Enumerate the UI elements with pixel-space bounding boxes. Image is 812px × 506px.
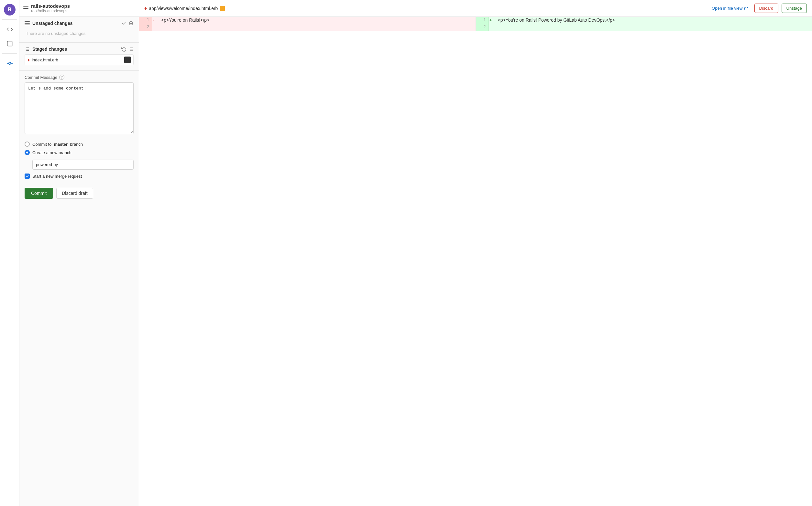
- sidebar-divider-2: [2, 53, 17, 54]
- radio-master-option[interactable]: Commit to master branch: [24, 142, 134, 147]
- radio-master-label: Commit to master branch: [32, 142, 83, 147]
- commit-button[interactable]: Commit: [24, 188, 53, 199]
- sidebar-icon-code[interactable]: [4, 23, 15, 35]
- diff-row-1: 1 - <p>You're on Rails!</p> 2 1 +: [139, 17, 812, 31]
- sidebar-divider: [2, 19, 17, 20]
- diff-content: 1 - <p>You're on Rails!</p> 2 1 +: [139, 17, 812, 506]
- ruby-icon: ♦: [27, 57, 30, 62]
- commit-message-label: Commit Message ?: [24, 75, 134, 80]
- diff-ruby-icon: ♦: [144, 5, 147, 11]
- svg-point-1: [8, 62, 11, 65]
- diff-header: ♦ app/views/welcome/index.html.erb Open …: [139, 0, 812, 17]
- diff-area: ♦ app/views/welcome/index.html.erb Open …: [139, 0, 812, 506]
- diff-new-content-1: <p>You're on Rails! Powered by GitLab Au…: [495, 17, 812, 24]
- diff-old-content-2: [158, 24, 476, 31]
- sidebar-icon-commit[interactable]: [4, 58, 15, 69]
- commit-message-section: Commit Message ? Let's add some content!: [19, 70, 139, 139]
- staged-menu-icon[interactable]: [128, 47, 134, 52]
- merge-request-checkbox[interactable]: [24, 173, 30, 179]
- header-buttons: Discard Unstage: [754, 4, 807, 13]
- diff-old-line-number-1: 1: [139, 17, 152, 24]
- top-bar: rails-autodevops root/rails-autodevops: [19, 0, 139, 17]
- project-info: rails-autodevops root/rails-autodevops: [31, 3, 70, 13]
- merge-request-option[interactable]: Start a new merge request: [24, 173, 134, 179]
- reset-icon[interactable]: [121, 47, 127, 52]
- diff-old-sign-1: -: [152, 17, 158, 24]
- diff-old-panel: 1 - <p>You're on Rails!</p> 2: [139, 17, 476, 31]
- checkmark-icon: [25, 174, 29, 178]
- diff-old-line-2: 2: [139, 24, 476, 31]
- diff-new-content-2: [495, 24, 812, 31]
- diff-new-line-number-1: 1: [476, 17, 489, 24]
- diff-new-line-number-2: 2: [476, 24, 489, 31]
- staged-file-info: ♦ index.html.erb: [27, 57, 58, 62]
- discard-button[interactable]: Discard: [754, 4, 779, 13]
- radio-new-branch-option[interactable]: Create a new branch: [24, 150, 134, 155]
- svg-line-18: [746, 7, 748, 9]
- diff-old-content-1: <p>You're on Rails!</p>: [158, 17, 476, 24]
- radio-master-circle[interactable]: [24, 142, 30, 147]
- commit-message-input[interactable]: Let's add some content!: [24, 82, 134, 134]
- discard-draft-button[interactable]: Discard draft: [56, 188, 93, 199]
- branch-name-input[interactable]: [32, 160, 134, 170]
- external-link-icon: [744, 6, 748, 10]
- stage-icon-inner: [126, 58, 129, 62]
- svg-rect-0: [7, 41, 12, 46]
- diff-new-panel: 1 + <p>You're on Rails! Powered by GitLa…: [476, 17, 812, 31]
- diff-old-line-1: 1 - <p>You're on Rails!</p>: [139, 17, 476, 24]
- staged-file-item[interactable]: ♦ index.html.erb: [24, 54, 134, 65]
- project-name: rails-autodevops: [31, 3, 70, 9]
- staged-actions[interactable]: [121, 47, 134, 52]
- svg-rect-17: [126, 58, 129, 62]
- staged-section: Staged changes ♦ index.html.erb: [19, 43, 139, 70]
- unstaged-header: Unstaged changes: [24, 21, 134, 26]
- sidebar-icon-square[interactable]: [4, 38, 15, 50]
- check-icon: [121, 21, 127, 26]
- section-menu-icon: [24, 21, 30, 25]
- trash-icon[interactable]: [128, 21, 134, 26]
- diff-file-path: ♦ app/views/welcome/index.html.erb: [144, 5, 225, 11]
- diff-old-line-number-2: 2: [139, 24, 152, 31]
- diff-new-line-2: 2: [476, 24, 812, 31]
- diff-old-sign-2: [152, 24, 158, 31]
- stage-toggle-icon[interactable]: [124, 57, 131, 63]
- radio-new-branch-circle[interactable]: [24, 150, 30, 155]
- unstage-button[interactable]: Unstage: [782, 4, 807, 13]
- diff-new-sign-2: [489, 24, 495, 31]
- project-path: root/rails-autodevops: [31, 9, 70, 13]
- diff-new-sign-1: +: [489, 17, 495, 24]
- unstaged-title: Unstaged changes: [24, 21, 72, 26]
- staged-icon: [24, 47, 30, 52]
- staged-title: Staged changes: [24, 47, 67, 52]
- help-icon[interactable]: ?: [59, 75, 64, 80]
- unstaged-empty: There are no unstaged changes: [24, 28, 134, 38]
- icon-sidebar: R: [0, 0, 19, 506]
- diff-new-line-1: 1 + <p>You're on Rails! Powered by GitLa…: [476, 17, 812, 24]
- avatar[interactable]: R: [4, 4, 15, 15]
- staged-file-name: index.html.erb: [32, 58, 58, 62]
- action-buttons: Commit Discard draft: [19, 186, 139, 204]
- open-file-link[interactable]: Open in file view: [712, 6, 748, 11]
- diff-modified-badge: [220, 6, 225, 11]
- branch-options-section: Commit to master branch Create a new bra…: [19, 139, 139, 186]
- hamburger-icon[interactable]: [23, 6, 28, 10]
- unstaged-actions[interactable]: [121, 21, 134, 26]
- left-panel: rails-autodevops root/rails-autodevops U…: [19, 0, 139, 506]
- unstaged-section: Unstaged changes There are no unstaged c…: [19, 17, 139, 43]
- staged-header: Staged changes: [24, 47, 134, 52]
